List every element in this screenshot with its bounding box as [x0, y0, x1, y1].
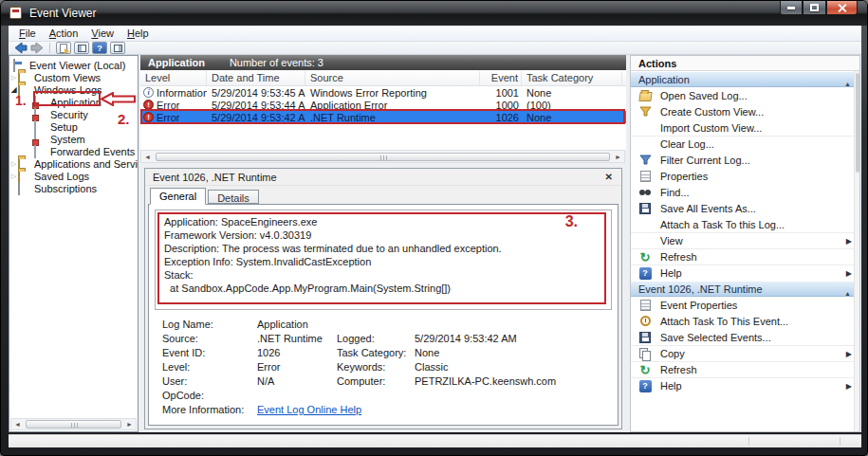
- action-event-properties[interactable]: Event Properties: [631, 297, 859, 313]
- show-console-tree-button[interactable]: [74, 42, 89, 54]
- actions-panel: Actions Application ▲ Open Saved Log... …: [630, 55, 860, 432]
- action-create-custom-view[interactable]: Create Custom View...: [631, 103, 859, 119]
- action-clear-log[interactable]: Clear Log...: [631, 136, 859, 152]
- close-details-icon[interactable]: ✕: [605, 172, 621, 182]
- tree-item-label: System: [50, 134, 85, 145]
- scroll-left-icon[interactable]: ◄: [141, 152, 154, 162]
- menu-action[interactable]: Action: [43, 27, 85, 40]
- expander-collapsed-icon[interactable]: ▷: [9, 173, 18, 180]
- scrollbar-thumb[interactable]: [26, 420, 121, 429]
- annotation-step-2: 2.: [118, 111, 130, 127]
- export-log-button[interactable]: [56, 42, 71, 54]
- event-level: Error: [157, 112, 179, 123]
- column-header-date[interactable]: Date and Time: [207, 71, 305, 85]
- maximize-button[interactable]: [803, 1, 826, 15]
- action-properties[interactable]: Properties: [631, 168, 859, 184]
- event-row-1001[interactable]: iInformation 5/29/2014 9:53:45 AM Window…: [140, 86, 626, 99]
- action-refresh[interactable]: ↻ Refresh: [631, 248, 859, 264]
- action-view[interactable]: View ▶: [631, 232, 859, 248]
- log-icon: [34, 120, 36, 134]
- action-filter-current-log[interactable]: Filter Current Log...: [631, 152, 859, 168]
- expander-collapsed-icon[interactable]: ▷: [9, 160, 18, 168]
- menu-file[interactable]: File: [12, 27, 43, 40]
- tab-general[interactable]: General: [150, 188, 206, 205]
- scrollbar-thumb[interactable]: [156, 153, 610, 161]
- submenu-arrow-icon: ▶: [846, 382, 852, 391]
- title-bar[interactable]: Event Viewer: [1, 1, 867, 26]
- help-icon: ?: [639, 267, 652, 280]
- refresh-icon: ↻: [640, 251, 651, 264]
- tree-item-label: Security: [50, 109, 88, 120]
- expander-collapsed-icon[interactable]: ▷: [9, 74, 18, 82]
- filter-yellow-icon: [639, 106, 652, 118]
- tree-item-system[interactable]: System: [9, 133, 138, 145]
- help-icon: ?: [639, 380, 652, 392]
- action-attach-task-to-event[interactable]: Attach Task To This Event...: [631, 313, 859, 329]
- action-find[interactable]: Find...: [631, 184, 859, 200]
- tree-item-saved-logs[interactable]: ▷ Saved Logs: [9, 170, 138, 182]
- scroll-right-icon[interactable]: ►: [612, 152, 624, 162]
- scroll-right-icon[interactable]: ►: [123, 419, 136, 429]
- description-line: at Sandbox.AppCode.App.MyProgram.Main(Sy…: [164, 282, 611, 295]
- actions-section-event-1026[interactable]: Event 1026, .NET Runtime ▲: [631, 281, 859, 297]
- action-import-custom-view[interactable]: Import Custom View...: [631, 119, 859, 136]
- tree-item-subscriptions[interactable]: Subscriptions: [9, 182, 138, 194]
- save-icon: [639, 332, 651, 343]
- action-open-saved-log[interactable]: Open Saved Log...: [631, 87, 859, 103]
- submenu-arrow-icon: ▶: [846, 237, 852, 246]
- scroll-left-icon[interactable]: ◄: [11, 419, 24, 429]
- event-table-horizontal-scrollbar[interactable]: ◄ ►: [140, 150, 625, 163]
- event-level: Information: [157, 87, 207, 99]
- event-log-online-help-link[interactable]: Event Log Online Help: [257, 404, 361, 415]
- toolbar-separator: [49, 43, 50, 53]
- event-row-1026-selected[interactable]: !Error 5/29/2014 9:53:42 AM .NET Runtime…: [140, 111, 626, 123]
- action-copy[interactable]: Copy ▶: [631, 345, 859, 361]
- action-save-all-events-as[interactable]: Save All Events As...: [631, 200, 859, 216]
- actions-title: Actions: [631, 56, 859, 71]
- error-icon: !: [143, 112, 154, 122]
- general-tab-page: Application: SpaceEngineers.exe Framewor…: [148, 204, 619, 426]
- details-tabs: General Details: [150, 187, 261, 204]
- action-refresh-event[interactable]: ↻ Refresh: [631, 361, 859, 377]
- opcode-label: OpCode:: [162, 390, 257, 404]
- show-action-pane-button[interactable]: [110, 42, 125, 54]
- event-description-box[interactable]: Application: SpaceEngineers.exe Framewor…: [155, 210, 612, 310]
- tree-horizontal-scrollbar[interactable]: ◄ ►: [10, 418, 137, 430]
- actions-section-application[interactable]: Application ▲: [631, 71, 859, 87]
- logged-label: Logged:: [337, 333, 415, 347]
- column-header-source[interactable]: Source: [305, 71, 480, 85]
- information-icon: i: [143, 87, 154, 98]
- event-row-1000[interactable]: !Error 5/29/2014 9:53:44 AM Application …: [140, 99, 626, 111]
- back-icon[interactable]: [14, 42, 28, 54]
- help-button[interactable]: ?: [92, 42, 107, 54]
- action-attach-task-to-log[interactable]: Attach a Task To this Log...: [631, 216, 859, 232]
- properties-icon: [640, 300, 651, 311]
- scrollbar-thumb[interactable]: [856, 73, 859, 173]
- column-header-task-category[interactable]: Task Category: [522, 71, 622, 85]
- tab-details[interactable]: Details: [208, 190, 259, 204]
- forward-icon[interactable]: [30, 42, 44, 54]
- tree-item-forwarded-events[interactable]: Forwarded Events: [9, 145, 138, 157]
- details-title: Event 1026, .NET Runtime: [145, 172, 605, 183]
- minimize-button[interactable]: [780, 1, 803, 15]
- properties-icon: [640, 171, 651, 182]
- tree-item-event-viewer-local[interactable]: Event Viewer (Local): [9, 59, 138, 71]
- menu-view[interactable]: View: [84, 27, 120, 40]
- event-id: 1000: [480, 100, 522, 111]
- menu-help[interactable]: Help: [120, 27, 156, 40]
- action-save-selected-events[interactable]: Save Selected Events...: [631, 329, 859, 345]
- close-button[interactable]: [826, 1, 858, 15]
- tree-item-applications-and-services[interactable]: ▷ Applications and Services Lo: [9, 157, 138, 170]
- open-folder-icon: [638, 92, 652, 101]
- tree-item-custom-views[interactable]: ▷ Custom Views: [9, 71, 138, 83]
- event-details-pane: Event 1026, .NET Runtime ✕ General Detai…: [144, 168, 622, 429]
- actions-vertical-scrollbar[interactable]: [854, 71, 859, 431]
- column-header-level[interactable]: Level: [140, 71, 207, 85]
- logged-value: 5/29/2014 9:53:42 AM: [415, 333, 610, 347]
- computer-value: PETRZILKA-PC.keenswh.com: [415, 375, 610, 390]
- action-help[interactable]: ? Help ▶: [631, 264, 859, 281]
- log-icon: [34, 108, 36, 121]
- event-id: 1026: [480, 112, 522, 123]
- action-help-event[interactable]: ? Help ▶: [631, 377, 859, 393]
- column-header-event-id[interactable]: Event ID: [480, 71, 522, 85]
